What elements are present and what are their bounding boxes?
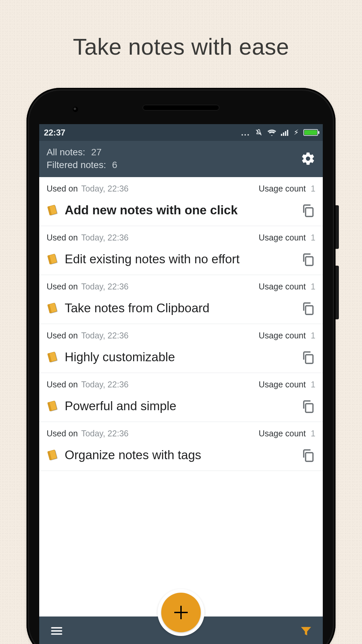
note-title: Highly customizable xyxy=(65,350,295,364)
usage-count-value: 1 xyxy=(311,233,315,242)
used-on-date: Today, 22:36 xyxy=(81,380,128,389)
filter-icon xyxy=(299,624,313,638)
svg-rect-16 xyxy=(306,306,313,315)
used-on-date: Today, 22:36 xyxy=(81,184,128,194)
plus-icon xyxy=(174,606,188,619)
used-on-label: Used on xyxy=(47,380,78,389)
fab-container xyxy=(158,589,204,636)
phone-camera xyxy=(73,107,78,112)
copy-button[interactable] xyxy=(301,203,315,218)
gear-icon xyxy=(301,151,315,166)
used-on-label: Used on xyxy=(47,429,78,438)
all-notes-count: 27 xyxy=(91,147,102,157)
usage-count-value: 1 xyxy=(311,282,315,291)
usage-count-label: Usage count xyxy=(259,184,306,193)
note-item[interactable]: Used on Today, 22:36 Usage count 1 Take … xyxy=(39,275,323,324)
copy-icon xyxy=(301,203,315,218)
svg-rect-4 xyxy=(287,130,288,136)
status-time: 22:37 xyxy=(44,128,65,138)
copy-icon xyxy=(301,350,315,365)
copy-icon xyxy=(301,399,315,414)
menu-button[interactable] xyxy=(49,624,64,638)
filter-button[interactable] xyxy=(299,624,313,638)
note-title: Take notes from Clipboard xyxy=(65,301,295,315)
phone-side-button xyxy=(336,205,339,249)
used-on-label: Used on xyxy=(47,184,78,194)
note-title: Add new notes with one click xyxy=(65,203,295,217)
notes-list: Used on Today, 22:36 Usage count 1 Add n… xyxy=(39,177,323,471)
silent-icon xyxy=(255,128,263,137)
used-on-date: Today, 22:36 xyxy=(81,233,128,243)
note-item[interactable]: Used on Today, 22:36 Usage count 1 Power… xyxy=(39,373,323,422)
svg-rect-8 xyxy=(306,208,313,217)
phone-frame: 22:37 ... xyxy=(26,88,336,644)
note-title: Organize notes with tags xyxy=(65,448,295,462)
note-item[interactable]: Used on Today, 22:36 Usage count 1 Highl… xyxy=(39,324,323,373)
usage-count-value: 1 xyxy=(311,380,315,389)
svg-rect-20 xyxy=(306,355,313,364)
copy-button[interactable] xyxy=(301,399,315,414)
filtered-notes-label: Filtered notes: xyxy=(47,160,106,170)
used-on-date: Today, 22:36 xyxy=(81,282,128,291)
copy-button[interactable] xyxy=(301,252,315,267)
status-bar: 22:37 ... xyxy=(39,124,323,141)
usage-count-value: 1 xyxy=(311,331,315,340)
phone-screen: 22:37 ... xyxy=(39,124,323,644)
notebook-icon xyxy=(47,204,59,216)
notebook-icon xyxy=(47,253,59,265)
used-on-date: Today, 22:36 xyxy=(81,429,128,438)
usage-count-label: Usage count xyxy=(259,380,306,389)
svg-line-0 xyxy=(256,130,261,135)
more-dots-icon: ... xyxy=(241,128,250,138)
used-on-label: Used on xyxy=(47,233,78,243)
settings-button[interactable] xyxy=(301,151,315,166)
app-header: All notes: 27 Filtered notes: 6 xyxy=(39,141,323,177)
copy-icon xyxy=(301,301,315,316)
svg-rect-24 xyxy=(306,404,313,413)
copy-button[interactable] xyxy=(301,448,315,463)
hamburger-icon xyxy=(49,624,64,638)
notebook-icon xyxy=(47,449,59,461)
notebook-icon xyxy=(47,351,59,363)
note-title: Edit existing notes with no effort xyxy=(65,252,295,266)
svg-rect-1 xyxy=(281,134,282,136)
wifi-icon xyxy=(267,129,276,136)
note-item[interactable]: Used on Today, 22:36 Usage count 1 Organ… xyxy=(39,422,323,471)
note-item[interactable]: Used on Today, 22:36 Usage count 1 Edit … xyxy=(39,226,323,275)
charging-icon: ⚡︎ xyxy=(294,128,299,137)
used-on-label: Used on xyxy=(47,331,78,340)
usage-count-label: Usage count xyxy=(259,429,306,438)
notebook-icon xyxy=(47,302,59,314)
usage-count-value: 1 xyxy=(311,184,315,193)
usage-count-label: Usage count xyxy=(259,233,306,242)
phone-earpiece xyxy=(142,105,220,111)
svg-rect-12 xyxy=(306,257,313,266)
copy-icon xyxy=(301,252,315,267)
phone-side-button xyxy=(336,266,339,319)
filtered-notes-count: 6 xyxy=(112,160,117,170)
usage-count-label: Usage count xyxy=(259,282,306,291)
notebook-icon xyxy=(47,400,59,412)
svg-rect-28 xyxy=(306,453,313,462)
used-on-label: Used on xyxy=(47,282,78,291)
note-title: Powerful and simple xyxy=(65,399,295,413)
phone-bezel: 22:37 ... xyxy=(29,91,333,644)
battery-icon xyxy=(303,129,318,136)
usage-count-label: Usage count xyxy=(259,331,306,340)
note-item[interactable]: Used on Today, 22:36 Usage count 1 Add n… xyxy=(39,177,323,226)
marketing-headline: Take notes with ease xyxy=(0,34,362,60)
copy-icon xyxy=(301,448,315,463)
svg-rect-3 xyxy=(285,131,286,136)
used-on-date: Today, 22:36 xyxy=(81,331,128,340)
signal-icon xyxy=(281,129,289,136)
usage-count-value: 1 xyxy=(311,429,315,438)
copy-button[interactable] xyxy=(301,350,315,365)
all-notes-label: All notes: xyxy=(47,147,85,157)
svg-rect-2 xyxy=(283,132,284,136)
add-note-button[interactable] xyxy=(161,593,201,632)
copy-button[interactable] xyxy=(301,301,315,316)
